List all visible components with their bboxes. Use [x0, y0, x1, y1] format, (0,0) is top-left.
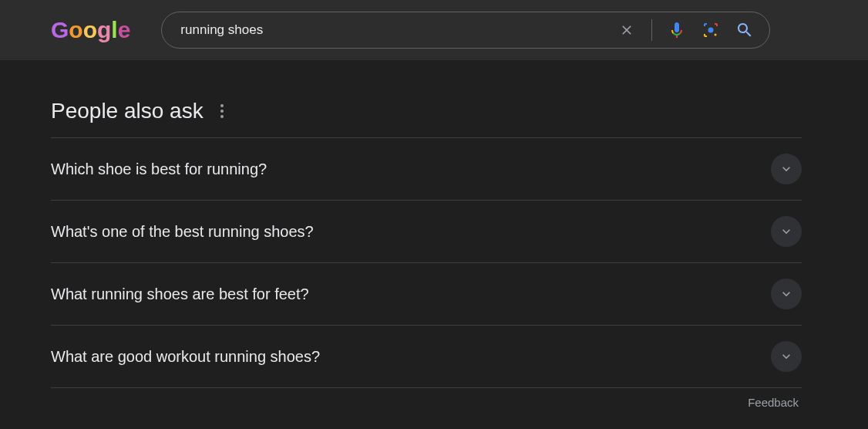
question-item[interactable]: What are good workout running shoes?	[51, 326, 802, 388]
question-text: Which shoe is best for running?	[51, 160, 267, 178]
logo-letter: G	[51, 17, 69, 43]
chevron-down-icon[interactable]	[771, 216, 802, 247]
question-item[interactable]: What running shoes are best for feet?	[51, 263, 802, 326]
chevron-down-icon[interactable]	[771, 279, 802, 309]
question-text: What running shoes are best for feet?	[51, 285, 309, 303]
question-item[interactable]: Which shoe is best for running?	[51, 138, 802, 201]
chevron-down-icon[interactable]	[771, 341, 802, 372]
mic-icon[interactable]	[668, 21, 686, 39]
header-bar: G o o g l e	[0, 0, 868, 60]
lens-icon[interactable]	[701, 21, 720, 39]
question-text: What's one of the best running shoes?	[51, 223, 314, 241]
google-logo[interactable]: G o o g l e	[51, 17, 130, 43]
clear-icon[interactable]	[617, 21, 636, 39]
logo-letter: o	[83, 17, 97, 43]
svg-point-0	[708, 28, 714, 33]
search-input[interactable]	[180, 22, 617, 38]
divider	[651, 19, 652, 41]
search-icon[interactable]	[735, 21, 754, 39]
search-icons	[617, 19, 754, 41]
logo-letter: e	[118, 17, 131, 43]
paa-title: People also ask	[51, 99, 204, 123]
logo-letter: o	[69, 17, 82, 43]
logo-letter: l	[111, 17, 117, 43]
question-item[interactable]: What's one of the best running shoes?	[51, 201, 802, 263]
logo-letter: g	[97, 17, 111, 43]
paa-header: People also ask	[51, 99, 802, 123]
search-bar	[161, 12, 770, 49]
questions-list: Which shoe is best for running? What's o…	[51, 137, 802, 388]
chevron-down-icon[interactable]	[771, 154, 802, 184]
more-options-icon[interactable]	[217, 101, 227, 121]
question-text: What are good workout running shoes?	[51, 348, 320, 366]
main-content: People also ask Which shoe is best for r…	[0, 60, 802, 409]
svg-point-1	[715, 34, 717, 36]
feedback-link[interactable]: Feedback	[51, 396, 802, 409]
